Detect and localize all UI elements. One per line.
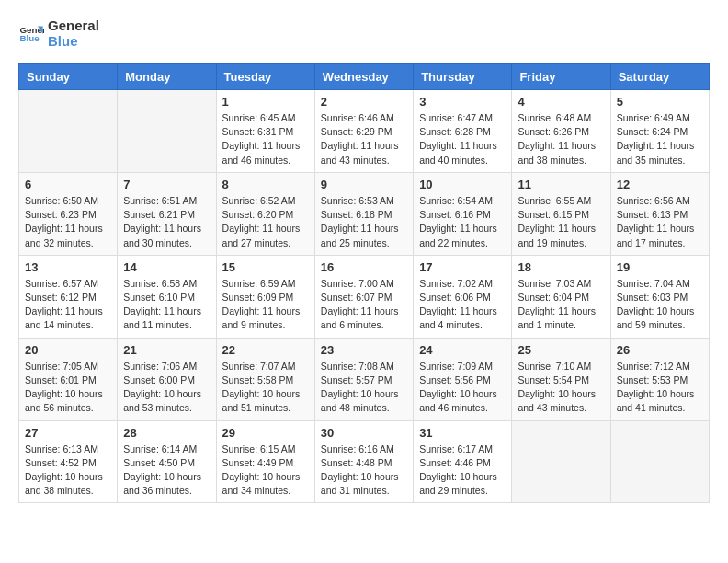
day-number: 15: [222, 260, 309, 274]
calendar-cell: 25Sunrise: 7:10 AM Sunset: 5:54 PM Dayli…: [512, 338, 610, 420]
calendar-cell: 18Sunrise: 7:03 AM Sunset: 6:04 PM Dayli…: [512, 255, 610, 338]
day-number: 18: [518, 260, 604, 274]
calendar-cell: 14Sunrise: 6:58 AM Sunset: 6:10 PM Dayli…: [118, 255, 216, 338]
calendar-cell: [19, 90, 118, 173]
calendar-cell: 26Sunrise: 7:12 AM Sunset: 5:53 PM Dayli…: [610, 338, 709, 420]
calendar-cell: 23Sunrise: 7:08 AM Sunset: 5:57 PM Dayli…: [314, 338, 413, 420]
day-number: 14: [123, 260, 210, 274]
day-number: 20: [25, 343, 111, 357]
day-info: Sunrise: 6:58 AM Sunset: 6:10 PM Dayligh…: [123, 277, 210, 333]
day-number: 10: [419, 178, 506, 191]
day-info: Sunrise: 7:04 AM Sunset: 6:03 PM Dayligh…: [617, 277, 703, 333]
day-number: 12: [617, 178, 703, 191]
day-info: Sunrise: 6:59 AM Sunset: 6:09 PM Dayligh…: [222, 277, 309, 333]
day-number: 11: [518, 178, 604, 191]
day-number: 2: [321, 95, 407, 109]
calendar-cell: 29Sunrise: 6:15 AM Sunset: 4:49 PM Dayli…: [216, 420, 314, 503]
logo-icon: General Blue: [18, 21, 44, 47]
calendar-cell: [118, 90, 216, 173]
day-number: 22: [222, 343, 309, 357]
calendar-cell: 10Sunrise: 6:54 AM Sunset: 6:16 PM Dayli…: [414, 172, 512, 255]
calendar-cell: 13Sunrise: 6:57 AM Sunset: 6:12 PM Dayli…: [19, 255, 118, 338]
day-info: Sunrise: 7:09 AM Sunset: 5:56 PM Dayligh…: [419, 360, 506, 416]
day-info: Sunrise: 6:50 AM Sunset: 6:23 PM Dayligh…: [25, 194, 111, 250]
day-info: Sunrise: 7:08 AM Sunset: 5:57 PM Dayligh…: [321, 360, 407, 416]
logo-general: General: [48, 18, 99, 34]
day-number: 24: [419, 343, 506, 357]
day-info: Sunrise: 6:48 AM Sunset: 6:26 PM Dayligh…: [518, 111, 604, 167]
logo: General Blue General Blue: [18, 18, 99, 49]
calendar-cell: 4Sunrise: 6:48 AM Sunset: 6:26 PM Daylig…: [512, 90, 610, 173]
logo-blue: Blue: [48, 34, 99, 50]
day-number: 17: [419, 260, 506, 274]
calendar-cell: 31Sunrise: 6:17 AM Sunset: 4:46 PM Dayli…: [414, 420, 512, 503]
day-info: Sunrise: 7:07 AM Sunset: 5:58 PM Dayligh…: [222, 360, 309, 416]
calendar-cell: [610, 420, 709, 503]
calendar-cell: 30Sunrise: 6:16 AM Sunset: 4:48 PM Dayli…: [314, 420, 413, 503]
calendar-cell: 5Sunrise: 6:49 AM Sunset: 6:24 PM Daylig…: [610, 90, 709, 173]
calendar-cell: 28Sunrise: 6:14 AM Sunset: 4:50 PM Dayli…: [118, 420, 216, 503]
weekday-header-sunday: Sunday: [19, 64, 118, 90]
day-info: Sunrise: 6:57 AM Sunset: 6:12 PM Dayligh…: [25, 277, 111, 333]
day-number: 23: [321, 343, 407, 357]
calendar-cell: 22Sunrise: 7:07 AM Sunset: 5:58 PM Dayli…: [216, 338, 314, 420]
calendar-header-row: SundayMondayTuesdayWednesdayThursdayFrid…: [19, 64, 710, 90]
calendar-cell: 11Sunrise: 6:55 AM Sunset: 6:15 PM Dayli…: [512, 172, 610, 255]
day-number: 3: [419, 95, 506, 109]
day-info: Sunrise: 6:16 AM Sunset: 4:48 PM Dayligh…: [321, 442, 407, 499]
day-number: 13: [25, 260, 111, 274]
day-info: Sunrise: 6:46 AM Sunset: 6:29 PM Dayligh…: [321, 111, 407, 167]
svg-text:Blue: Blue: [19, 33, 40, 43]
calendar-cell: 17Sunrise: 7:02 AM Sunset: 6:06 PM Dayli…: [414, 255, 512, 338]
day-number: 7: [123, 178, 210, 191]
calendar-week-1: 1Sunrise: 6:45 AM Sunset: 6:31 PM Daylig…: [19, 90, 710, 173]
day-info: Sunrise: 7:06 AM Sunset: 6:00 PM Dayligh…: [123, 360, 210, 416]
day-info: Sunrise: 6:14 AM Sunset: 4:50 PM Dayligh…: [123, 442, 210, 499]
day-number: 9: [321, 178, 407, 191]
weekday-header-friday: Friday: [512, 64, 610, 90]
day-number: 4: [518, 95, 604, 109]
day-number: 31: [419, 426, 506, 440]
day-info: Sunrise: 7:02 AM Sunset: 6:06 PM Dayligh…: [419, 277, 506, 333]
day-info: Sunrise: 6:47 AM Sunset: 6:28 PM Dayligh…: [419, 111, 506, 167]
day-info: Sunrise: 6:45 AM Sunset: 6:31 PM Dayligh…: [222, 111, 309, 167]
day-info: Sunrise: 7:10 AM Sunset: 5:54 PM Dayligh…: [518, 360, 604, 416]
day-number: 6: [25, 178, 111, 191]
weekday-header-thursday: Thursday: [414, 64, 512, 90]
day-number: 28: [123, 426, 210, 440]
day-number: 21: [123, 343, 210, 357]
calendar-cell: [512, 420, 610, 503]
day-info: Sunrise: 6:52 AM Sunset: 6:20 PM Dayligh…: [222, 194, 309, 250]
day-info: Sunrise: 6:17 AM Sunset: 4:46 PM Dayligh…: [419, 442, 506, 499]
calendar-cell: 12Sunrise: 6:56 AM Sunset: 6:13 PM Dayli…: [610, 172, 709, 255]
day-number: 27: [25, 426, 111, 440]
day-info: Sunrise: 6:51 AM Sunset: 6:21 PM Dayligh…: [123, 194, 210, 250]
day-info: Sunrise: 6:49 AM Sunset: 6:24 PM Dayligh…: [617, 111, 703, 167]
day-info: Sunrise: 6:13 AM Sunset: 4:52 PM Dayligh…: [25, 442, 111, 499]
day-info: Sunrise: 6:53 AM Sunset: 6:18 PM Dayligh…: [321, 194, 407, 250]
day-info: Sunrise: 7:12 AM Sunset: 5:53 PM Dayligh…: [617, 360, 703, 416]
day-number: 30: [321, 426, 407, 440]
weekday-header-saturday: Saturday: [610, 64, 709, 90]
day-number: 8: [222, 178, 309, 191]
day-number: 29: [222, 426, 309, 440]
day-number: 25: [518, 343, 604, 357]
calendar-cell: 15Sunrise: 6:59 AM Sunset: 6:09 PM Dayli…: [216, 255, 314, 338]
day-info: Sunrise: 6:56 AM Sunset: 6:13 PM Dayligh…: [617, 194, 703, 250]
calendar-cell: 2Sunrise: 6:46 AM Sunset: 6:29 PM Daylig…: [314, 90, 413, 173]
page-header: General Blue General Blue: [18, 18, 710, 49]
day-number: 5: [617, 95, 703, 109]
day-info: Sunrise: 6:54 AM Sunset: 6:16 PM Dayligh…: [419, 194, 506, 250]
calendar-cell: 8Sunrise: 6:52 AM Sunset: 6:20 PM Daylig…: [216, 172, 314, 255]
calendar-week-5: 27Sunrise: 6:13 AM Sunset: 4:52 PM Dayli…: [19, 420, 710, 503]
calendar-cell: 16Sunrise: 7:00 AM Sunset: 6:07 PM Dayli…: [314, 255, 413, 338]
calendar-cell: 20Sunrise: 7:05 AM Sunset: 6:01 PM Dayli…: [19, 338, 118, 420]
calendar-week-4: 20Sunrise: 7:05 AM Sunset: 6:01 PM Dayli…: [19, 338, 710, 420]
day-info: Sunrise: 7:03 AM Sunset: 6:04 PM Dayligh…: [518, 277, 604, 333]
day-number: 16: [321, 260, 407, 274]
weekday-header-wednesday: Wednesday: [314, 64, 413, 90]
calendar-cell: 27Sunrise: 6:13 AM Sunset: 4:52 PM Dayli…: [19, 420, 118, 503]
weekday-header-tuesday: Tuesday: [216, 64, 314, 90]
weekday-header-monday: Monday: [118, 64, 216, 90]
calendar-week-3: 13Sunrise: 6:57 AM Sunset: 6:12 PM Dayli…: [19, 255, 710, 338]
